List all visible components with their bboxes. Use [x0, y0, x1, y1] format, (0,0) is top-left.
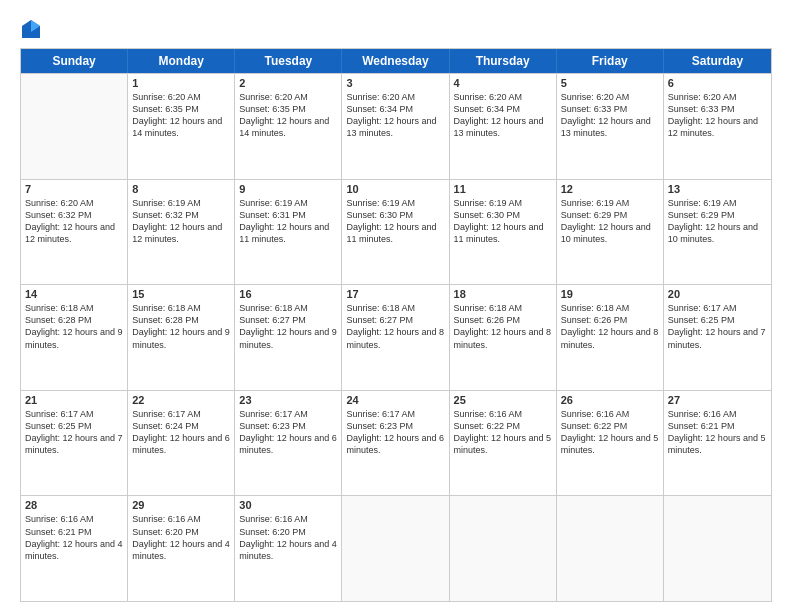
calendar-cell: 2Sunrise: 6:20 AMSunset: 6:35 PMDaylight… — [235, 74, 342, 179]
calendar-cell: 21Sunrise: 6:17 AMSunset: 6:25 PMDayligh… — [21, 391, 128, 496]
calendar-cell — [342, 496, 449, 601]
calendar-cell: 24Sunrise: 6:17 AMSunset: 6:23 PMDayligh… — [342, 391, 449, 496]
day-number: 7 — [25, 183, 123, 195]
day-number: 9 — [239, 183, 337, 195]
day-number: 12 — [561, 183, 659, 195]
weekday-header: Thursday — [450, 49, 557, 73]
day-number: 6 — [668, 77, 767, 89]
calendar-cell: 4Sunrise: 6:20 AMSunset: 6:34 PMDaylight… — [450, 74, 557, 179]
calendar-cell: 12Sunrise: 6:19 AMSunset: 6:29 PMDayligh… — [557, 180, 664, 285]
calendar-cell: 1Sunrise: 6:20 AMSunset: 6:35 PMDaylight… — [128, 74, 235, 179]
calendar-cell: 28Sunrise: 6:16 AMSunset: 6:21 PMDayligh… — [21, 496, 128, 601]
calendar-cell — [450, 496, 557, 601]
cell-info: Sunrise: 6:20 AMSunset: 6:33 PMDaylight:… — [561, 91, 659, 140]
calendar-cell: 11Sunrise: 6:19 AMSunset: 6:30 PMDayligh… — [450, 180, 557, 285]
calendar: SundayMondayTuesdayWednesdayThursdayFrid… — [20, 48, 772, 602]
day-number: 2 — [239, 77, 337, 89]
cell-info: Sunrise: 6:19 AMSunset: 6:32 PMDaylight:… — [132, 197, 230, 246]
cell-info: Sunrise: 6:17 AMSunset: 6:24 PMDaylight:… — [132, 408, 230, 457]
calendar-cell — [664, 496, 771, 601]
day-number: 22 — [132, 394, 230, 406]
calendar-cell: 8Sunrise: 6:19 AMSunset: 6:32 PMDaylight… — [128, 180, 235, 285]
cell-info: Sunrise: 6:18 AMSunset: 6:28 PMDaylight:… — [132, 302, 230, 351]
day-number: 24 — [346, 394, 444, 406]
calendar-cell: 25Sunrise: 6:16 AMSunset: 6:22 PMDayligh… — [450, 391, 557, 496]
calendar-cell: 27Sunrise: 6:16 AMSunset: 6:21 PMDayligh… — [664, 391, 771, 496]
day-number: 19 — [561, 288, 659, 300]
day-number: 28 — [25, 499, 123, 511]
calendar-cell: 18Sunrise: 6:18 AMSunset: 6:26 PMDayligh… — [450, 285, 557, 390]
calendar-cell: 6Sunrise: 6:20 AMSunset: 6:33 PMDaylight… — [664, 74, 771, 179]
day-number: 21 — [25, 394, 123, 406]
calendar-cell: 9Sunrise: 6:19 AMSunset: 6:31 PMDaylight… — [235, 180, 342, 285]
cell-info: Sunrise: 6:19 AMSunset: 6:31 PMDaylight:… — [239, 197, 337, 246]
weekday-header: Tuesday — [235, 49, 342, 73]
calendar-row: 7Sunrise: 6:20 AMSunset: 6:32 PMDaylight… — [21, 179, 771, 285]
calendar-cell: 29Sunrise: 6:16 AMSunset: 6:20 PMDayligh… — [128, 496, 235, 601]
cell-info: Sunrise: 6:18 AMSunset: 6:26 PMDaylight:… — [454, 302, 552, 351]
calendar-cell: 7Sunrise: 6:20 AMSunset: 6:32 PMDaylight… — [21, 180, 128, 285]
cell-info: Sunrise: 6:18 AMSunset: 6:27 PMDaylight:… — [239, 302, 337, 351]
calendar-row: 1Sunrise: 6:20 AMSunset: 6:35 PMDaylight… — [21, 73, 771, 179]
calendar-cell: 10Sunrise: 6:19 AMSunset: 6:30 PMDayligh… — [342, 180, 449, 285]
calendar-cell: 22Sunrise: 6:17 AMSunset: 6:24 PMDayligh… — [128, 391, 235, 496]
calendar-row: 28Sunrise: 6:16 AMSunset: 6:21 PMDayligh… — [21, 495, 771, 601]
day-number: 18 — [454, 288, 552, 300]
cell-info: Sunrise: 6:17 AMSunset: 6:25 PMDaylight:… — [668, 302, 767, 351]
logo — [20, 16, 44, 40]
header — [20, 16, 772, 40]
weekday-header: Saturday — [664, 49, 771, 73]
day-number: 20 — [668, 288, 767, 300]
cell-info: Sunrise: 6:16 AMSunset: 6:21 PMDaylight:… — [668, 408, 767, 457]
weekday-header: Wednesday — [342, 49, 449, 73]
day-number: 10 — [346, 183, 444, 195]
calendar-cell: 14Sunrise: 6:18 AMSunset: 6:28 PMDayligh… — [21, 285, 128, 390]
calendar-cell: 3Sunrise: 6:20 AMSunset: 6:34 PMDaylight… — [342, 74, 449, 179]
cell-info: Sunrise: 6:19 AMSunset: 6:29 PMDaylight:… — [561, 197, 659, 246]
day-number: 27 — [668, 394, 767, 406]
calendar-body: 1Sunrise: 6:20 AMSunset: 6:35 PMDaylight… — [21, 73, 771, 601]
day-number: 11 — [454, 183, 552, 195]
day-number: 13 — [668, 183, 767, 195]
cell-info: Sunrise: 6:20 AMSunset: 6:35 PMDaylight:… — [132, 91, 230, 140]
day-number: 4 — [454, 77, 552, 89]
calendar-row: 14Sunrise: 6:18 AMSunset: 6:28 PMDayligh… — [21, 284, 771, 390]
cell-info: Sunrise: 6:18 AMSunset: 6:27 PMDaylight:… — [346, 302, 444, 351]
cell-info: Sunrise: 6:19 AMSunset: 6:30 PMDaylight:… — [454, 197, 552, 246]
day-number: 1 — [132, 77, 230, 89]
day-number: 5 — [561, 77, 659, 89]
calendar-cell: 16Sunrise: 6:18 AMSunset: 6:27 PMDayligh… — [235, 285, 342, 390]
calendar-cell — [21, 74, 128, 179]
day-number: 17 — [346, 288, 444, 300]
cell-info: Sunrise: 6:20 AMSunset: 6:33 PMDaylight:… — [668, 91, 767, 140]
logo-icon — [20, 18, 42, 40]
weekday-header: Sunday — [21, 49, 128, 73]
cell-info: Sunrise: 6:20 AMSunset: 6:35 PMDaylight:… — [239, 91, 337, 140]
calendar-cell: 30Sunrise: 6:16 AMSunset: 6:20 PMDayligh… — [235, 496, 342, 601]
calendar-cell: 23Sunrise: 6:17 AMSunset: 6:23 PMDayligh… — [235, 391, 342, 496]
cell-info: Sunrise: 6:18 AMSunset: 6:28 PMDaylight:… — [25, 302, 123, 351]
calendar-cell: 19Sunrise: 6:18 AMSunset: 6:26 PMDayligh… — [557, 285, 664, 390]
cell-info: Sunrise: 6:20 AMSunset: 6:34 PMDaylight:… — [454, 91, 552, 140]
calendar-cell: 26Sunrise: 6:16 AMSunset: 6:22 PMDayligh… — [557, 391, 664, 496]
day-number: 23 — [239, 394, 337, 406]
calendar-cell: 13Sunrise: 6:19 AMSunset: 6:29 PMDayligh… — [664, 180, 771, 285]
cell-info: Sunrise: 6:16 AMSunset: 6:22 PMDaylight:… — [454, 408, 552, 457]
weekday-header: Monday — [128, 49, 235, 73]
page: SundayMondayTuesdayWednesdayThursdayFrid… — [0, 0, 792, 612]
cell-info: Sunrise: 6:20 AMSunset: 6:32 PMDaylight:… — [25, 197, 123, 246]
calendar-cell: 17Sunrise: 6:18 AMSunset: 6:27 PMDayligh… — [342, 285, 449, 390]
day-number: 14 — [25, 288, 123, 300]
calendar-row: 21Sunrise: 6:17 AMSunset: 6:25 PMDayligh… — [21, 390, 771, 496]
day-number: 26 — [561, 394, 659, 406]
cell-info: Sunrise: 6:17 AMSunset: 6:23 PMDaylight:… — [346, 408, 444, 457]
day-number: 30 — [239, 499, 337, 511]
cell-info: Sunrise: 6:20 AMSunset: 6:34 PMDaylight:… — [346, 91, 444, 140]
cell-info: Sunrise: 6:19 AMSunset: 6:29 PMDaylight:… — [668, 197, 767, 246]
day-number: 8 — [132, 183, 230, 195]
cell-info: Sunrise: 6:17 AMSunset: 6:25 PMDaylight:… — [25, 408, 123, 457]
cell-info: Sunrise: 6:19 AMSunset: 6:30 PMDaylight:… — [346, 197, 444, 246]
cell-info: Sunrise: 6:17 AMSunset: 6:23 PMDaylight:… — [239, 408, 337, 457]
cell-info: Sunrise: 6:18 AMSunset: 6:26 PMDaylight:… — [561, 302, 659, 351]
calendar-cell — [557, 496, 664, 601]
